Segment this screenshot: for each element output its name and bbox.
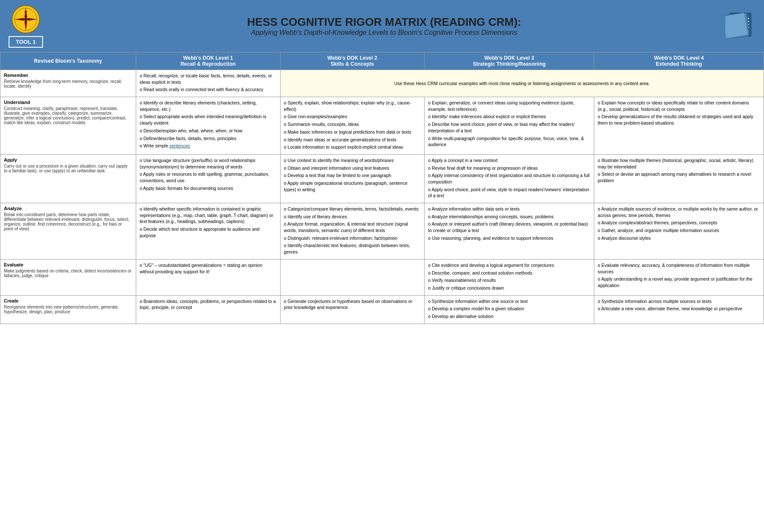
list-item: Analyze or interpret author's craft (lit…	[428, 221, 590, 233]
dok3-cell-create: Synthesize information within one source…	[425, 295, 594, 324]
list-item: Apply internal consistency of text organ…	[428, 172, 590, 185]
dok1-line1: Webb's DOK Level 1	[183, 55, 233, 61]
list-item: Evaluate relevancy, accuracy, & complete…	[598, 262, 760, 275]
dok4-cell-apply: Illustrate how multiple themes (historic…	[594, 154, 764, 203]
table-row-create: CreateReorganize elements into new patte…	[0, 295, 764, 324]
dok4-line1: Webb's DOK Level 4	[654, 55, 704, 61]
list-item: Apply rules or resources to edit spellin…	[140, 171, 277, 183]
dok1-cell-remember: Recall, recognize, or locate basic facts…	[136, 70, 280, 97]
title-bold: HESS COGNITIVE RIGOR MATRIX	[247, 15, 427, 28]
list-item: Analyze discourse styles	[598, 235, 760, 242]
col-header-dok1: Webb's DOK Level 1 Recall & Reproduction	[136, 52, 280, 70]
list-item: Distinguish: relevant-irrelevant informa…	[284, 235, 421, 242]
list-item: Analyze complex/abstract themes, perspec…	[598, 220, 760, 226]
list-item: Apply simple organizational structures (…	[284, 180, 421, 193]
svg-point-6	[24, 18, 28, 21]
list-item: Use language structure (pre/suffix) or w…	[140, 157, 277, 170]
list-item: Develop generalizations of the results o…	[598, 113, 760, 126]
list-item: Identify use of literary devices	[284, 214, 421, 220]
list-item: Apply understanding in a novel way, prov…	[598, 276, 760, 288]
bloom-label-evaluate: Evaluate	[4, 262, 132, 267]
dok4-cell-create: Synthesize information across multiple s…	[594, 295, 764, 324]
list-item: "UG" – unsubstantiated generalizations =…	[140, 262, 277, 275]
list-item: Brainstorm ideas, concepts, problems, or…	[140, 298, 277, 311]
main-title: HESS COGNITIVE RIGOR MATRIX (READING CRM…	[43, 15, 725, 29]
bloom-label-create: Create	[4, 298, 132, 303]
dok4-cell-evaluate: Evaluate relevancy, accuracy, & complete…	[594, 259, 764, 295]
bloom-sub-evaluate: Make judgments based on criteria, check,…	[4, 269, 132, 278]
list-item: Decide which text structure is appropria…	[140, 226, 277, 238]
dok2-cell-evaluate	[280, 259, 425, 295]
list-item: Apply word choice, point of view, style …	[428, 187, 590, 199]
dok2-line1: Webb's DOK Level 2	[327, 55, 377, 61]
dok4-line2: Extended Thinking	[656, 61, 702, 67]
bloom-cell-analyze: AnalyzeBreak into constituent parts, det…	[0, 203, 136, 260]
bloom-cell-create: CreateReorganize elements into new patte…	[0, 295, 136, 324]
dok2-line2: Skills & Concepts	[330, 61, 374, 67]
list-item: Synthesize information within one source…	[428, 298, 590, 305]
list-item: Identify or describe literary elements (…	[140, 100, 277, 112]
list-item: Write multi-paragraph composition for sp…	[428, 135, 590, 148]
list-item: Read words orally in connected text with…	[140, 86, 277, 93]
dok2-cell-analyze: Categorize/compare literary elements, te…	[280, 203, 425, 260]
col-header-dok3: Webb's DOK Level 3 Strategic Thinking/Re…	[425, 52, 594, 70]
bloom-label-remember: Remember	[4, 73, 132, 78]
dok3-line2: Strategic Thinking/Reasoning	[473, 61, 545, 67]
list-item: Use context to identify the meaning of w…	[284, 157, 421, 164]
crm-table: Revised Bloom's Taxonomy Webb's DOK Leve…	[0, 52, 764, 324]
list-item: Write simple sentences	[140, 143, 277, 149]
list-item: Describe how word choice, point of view,…	[428, 121, 590, 134]
dok1-cell-apply: Use language structure (pre/suffix) or w…	[136, 154, 280, 203]
svg-rect-16	[725, 12, 748, 38]
list-item: Cite evidence and develop a logical argu…	[428, 262, 590, 269]
svg-text:N: N	[24, 10, 27, 14]
bloom-cell-understand: UnderstandConstruct meaning, clarify, pa…	[0, 97, 136, 155]
bloom-cell-remember: RememberRetrieve knowledge from long-ter…	[0, 70, 136, 97]
list-item: Explain, generalize, or connect ideas us…	[428, 100, 590, 112]
list-item: Apply basic formats for documenting sour…	[140, 185, 277, 192]
list-item: Develop an alternative solution	[428, 313, 590, 320]
list-item: Obtain and interpret information using t…	[284, 165, 421, 171]
list-item: Describe, compare, and contrast solution…	[428, 270, 590, 276]
list-item: Revise final draft for meaning or progre…	[428, 165, 590, 171]
list-item: Identify characteristic text features; d…	[284, 242, 421, 255]
table-row-analyze: AnalyzeBreak into constituent parts, det…	[0, 203, 764, 260]
highlight-span-remember: Use these Hess CRM curricular examples w…	[280, 70, 764, 97]
dok1-cell-create: Brainstorm ideas, concepts, problems, or…	[136, 295, 280, 324]
bloom-cell-evaluate: EvaluateMake judgments based on criteria…	[0, 259, 136, 295]
sentences-link[interactable]: sentences	[169, 143, 190, 148]
col-header-dok2: Webb's DOK Level 2 Skills & Concepts	[280, 52, 425, 70]
dok3-cell-analyze: Analyze information within data sets or …	[425, 203, 594, 260]
list-item: Explain how concepts or ideas specifical…	[598, 100, 760, 112]
table-header-row: Revised Bloom's Taxonomy Webb's DOK Leve…	[0, 52, 764, 70]
list-item: Identify/ make inferences about explicit…	[428, 113, 590, 120]
list-item: Summarize results, concepts, ideas	[284, 121, 421, 128]
list-item: Make basic inferences or logical predict…	[284, 129, 421, 135]
list-item: Verify reasonableness of results	[428, 277, 590, 284]
list-item: Select appropriate words when intended m…	[140, 113, 277, 126]
dok2-cell-create: Generate conjectures or hypotheses based…	[280, 295, 425, 324]
list-item: Locate information to support explicit-i…	[284, 144, 421, 150]
table-row-apply: ApplyCarry out or use a procedure in a g…	[0, 154, 764, 203]
book-icon-container	[725, 11, 755, 42]
book-icon	[725, 11, 755, 41]
bloom-sub-apply: Carry out or use a procedure in a given …	[4, 164, 132, 173]
page-header: N TOOL 1 HESS COGNITIVE RIGOR MATRIX (RE…	[0, 0, 764, 52]
bloom-label-analyze: Analyze	[4, 206, 132, 211]
bloom-label-apply: Apply	[4, 157, 132, 162]
bloom-sub-understand: Construct meaning, clarify, paraphrase, …	[4, 106, 132, 125]
list-item: Identify whether specific information is…	[140, 206, 277, 225]
bloom-sub-remember: Retrieve knowledge from long-term memory…	[4, 79, 132, 89]
list-item: Specify, explain, show relationships; ex…	[284, 100, 421, 112]
header-text: HESS COGNITIVE RIGOR MATRIX (READING CRM…	[43, 15, 725, 37]
bloom-sub-analyze: Break into constituent parts, determine …	[4, 212, 132, 231]
dok1-cell-analyze: Identify whether specific information is…	[136, 203, 280, 260]
list-item: Gather, analyze, and organize multiple i…	[598, 227, 760, 234]
list-item: Justify or critique conclusions drawn	[428, 285, 590, 291]
list-item: Analyze multiple sources of evidence, or…	[598, 206, 760, 218]
dok3-line1: Webb's DOK Level 3	[484, 55, 534, 61]
dok3-cell-evaluate: Cite evidence and develop a logical argu…	[425, 259, 594, 295]
dok3-cell-understand: Explain, generalize, or connect ideas us…	[425, 97, 594, 155]
list-item: Synthesize information across multiple s…	[598, 298, 760, 305]
list-item: Define/describe facts, details, terms, p…	[140, 135, 277, 142]
